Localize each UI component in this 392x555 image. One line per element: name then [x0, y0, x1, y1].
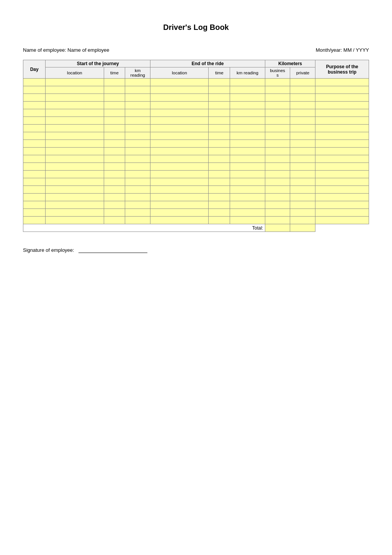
data-cell[interactable] — [104, 217, 125, 224]
data-cell[interactable] — [209, 102, 230, 109]
data-cell[interactable] — [150, 209, 209, 217]
data-cell[interactable] — [150, 148, 209, 155]
data-cell[interactable] — [265, 117, 290, 125]
data-cell[interactable] — [315, 209, 369, 217]
data-cell[interactable] — [46, 155, 104, 163]
data-cell[interactable] — [290, 102, 315, 109]
data-cell[interactable] — [265, 79, 290, 86]
data-cell[interactable] — [290, 148, 315, 155]
data-cell[interactable] — [23, 171, 46, 178]
data-cell[interactable] — [290, 217, 315, 224]
data-cell[interactable] — [104, 163, 125, 171]
data-cell[interactable] — [150, 102, 209, 109]
data-cell[interactable] — [230, 178, 265, 186]
data-cell[interactable] — [104, 201, 125, 209]
data-cell[interactable] — [265, 86, 290, 94]
data-cell[interactable] — [265, 209, 290, 217]
data-cell[interactable] — [150, 201, 209, 209]
data-cell[interactable] — [290, 79, 315, 86]
data-cell[interactable] — [315, 102, 369, 109]
data-cell[interactable] — [125, 125, 150, 132]
data-cell[interactable] — [290, 132, 315, 140]
data-cell[interactable] — [315, 201, 369, 209]
data-cell[interactable] — [315, 194, 369, 201]
data-cell[interactable] — [23, 148, 46, 155]
data-cell[interactable] — [23, 132, 46, 140]
data-cell[interactable] — [46, 201, 104, 209]
data-cell[interactable] — [150, 140, 209, 148]
data-cell[interactable] — [209, 94, 230, 102]
data-cell[interactable] — [46, 86, 104, 94]
data-cell[interactable] — [104, 94, 125, 102]
data-cell[interactable] — [125, 155, 150, 163]
data-cell[interactable] — [290, 117, 315, 125]
data-cell[interactable] — [125, 109, 150, 117]
data-cell[interactable] — [315, 148, 369, 155]
data-cell[interactable] — [150, 86, 209, 94]
data-cell[interactable] — [104, 125, 125, 132]
data-cell[interactable] — [209, 171, 230, 178]
data-cell[interactable] — [230, 163, 265, 171]
data-cell[interactable] — [290, 140, 315, 148]
data-cell[interactable] — [46, 194, 104, 201]
data-cell[interactable] — [209, 194, 230, 201]
data-cell[interactable] — [104, 178, 125, 186]
data-cell[interactable] — [23, 94, 46, 102]
data-cell[interactable] — [46, 148, 104, 155]
data-cell[interactable] — [209, 132, 230, 140]
data-cell[interactable] — [290, 125, 315, 132]
data-cell[interactable] — [125, 186, 150, 194]
data-cell[interactable] — [230, 194, 265, 201]
data-cell[interactable] — [315, 117, 369, 125]
data-cell[interactable] — [46, 79, 104, 86]
data-cell[interactable] — [230, 102, 265, 109]
data-cell[interactable] — [150, 109, 209, 117]
data-cell[interactable] — [265, 178, 290, 186]
data-cell[interactable] — [104, 117, 125, 125]
data-cell[interactable] — [150, 171, 209, 178]
data-cell[interactable] — [315, 140, 369, 148]
data-cell[interactable] — [315, 186, 369, 194]
data-cell[interactable] — [265, 163, 290, 171]
data-cell[interactable] — [209, 155, 230, 163]
data-cell[interactable] — [265, 140, 290, 148]
data-cell[interactable] — [265, 217, 290, 224]
data-cell[interactable] — [209, 209, 230, 217]
data-cell[interactable] — [125, 86, 150, 94]
data-cell[interactable] — [46, 102, 104, 109]
data-cell[interactable] — [104, 209, 125, 217]
data-cell[interactable] — [23, 86, 46, 94]
data-cell[interactable] — [209, 109, 230, 117]
data-cell[interactable] — [265, 102, 290, 109]
data-cell[interactable] — [209, 201, 230, 209]
data-cell[interactable] — [125, 171, 150, 178]
data-cell[interactable] — [46, 209, 104, 217]
data-cell[interactable] — [46, 163, 104, 171]
data-cell[interactable] — [315, 178, 369, 186]
data-cell[interactable] — [290, 178, 315, 186]
data-cell[interactable] — [290, 86, 315, 94]
data-cell[interactable] — [104, 86, 125, 94]
data-cell[interactable] — [125, 209, 150, 217]
data-cell[interactable] — [125, 102, 150, 109]
data-cell[interactable] — [46, 217, 104, 224]
data-cell[interactable] — [209, 79, 230, 86]
data-cell[interactable] — [209, 148, 230, 155]
data-cell[interactable] — [230, 217, 265, 224]
data-cell[interactable] — [150, 186, 209, 194]
data-cell[interactable] — [209, 217, 230, 224]
data-cell[interactable] — [150, 155, 209, 163]
data-cell[interactable] — [125, 94, 150, 102]
data-cell[interactable] — [150, 178, 209, 186]
data-cell[interactable] — [290, 109, 315, 117]
data-cell[interactable] — [265, 109, 290, 117]
data-cell[interactable] — [150, 194, 209, 201]
data-cell[interactable] — [125, 194, 150, 201]
data-cell[interactable] — [230, 201, 265, 209]
data-cell[interactable] — [46, 171, 104, 178]
data-cell[interactable] — [125, 79, 150, 86]
data-cell[interactable] — [23, 155, 46, 163]
data-cell[interactable] — [230, 125, 265, 132]
total-business-cell[interactable] — [265, 224, 290, 232]
data-cell[interactable] — [104, 148, 125, 155]
